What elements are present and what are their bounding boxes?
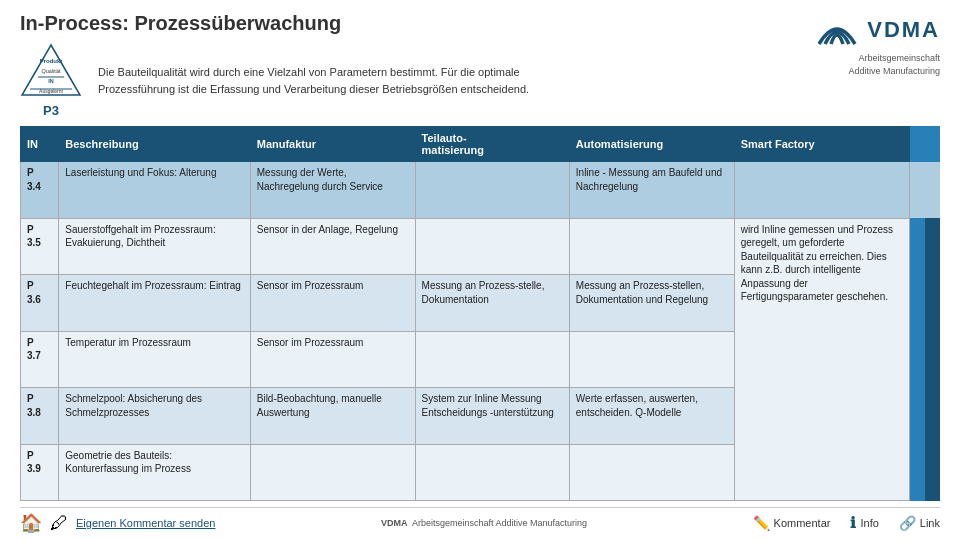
table-row-automatisierung <box>569 331 734 388</box>
table-row-extra1 <box>910 218 925 275</box>
send-comment-link[interactable]: Eigenen Kommentar senden <box>76 517 215 529</box>
table-row-beschreibung: Sauerstoffgehalt im Prozessraum: Evakuie… <box>59 218 250 275</box>
svg-text:Produkt: Produkt <box>40 58 63 64</box>
table-row-extra1 <box>910 162 925 219</box>
kommentar-action[interactable]: ✏️ Kommentar <box>753 515 831 531</box>
table-row-teilauto: Messung an Prozess-stelle, Dokumentation <box>415 275 569 332</box>
header-description: Die Bauteilqualität wird durch eine Viel… <box>98 64 529 97</box>
table-row-teilauto <box>415 444 569 501</box>
table-row-teilauto <box>415 162 569 219</box>
footer-left: 🏠 🖊 Eigenen Kommentar senden <box>20 512 215 534</box>
logo-area: VDMA Arbeitsgemeinschaft Additive Manufa… <box>811 12 940 77</box>
info-action[interactable]: ℹ Info <box>850 514 878 532</box>
th-extra1 <box>910 127 925 162</box>
table-row-beschreibung: Geometrie des Bauteils: Konturerfassung … <box>59 444 250 501</box>
pencil-icon: ✏️ <box>753 515 770 531</box>
table-row-extra1 <box>910 388 925 445</box>
th-automatisierung: Automatisierung <box>569 127 734 162</box>
vdma-logo: VDMA <box>811 12 940 48</box>
th-manufaktur: Manufaktur <box>250 127 415 162</box>
table-row-extra2 <box>925 162 940 219</box>
table-row-beschreibung: Feuchtegehalt im Prozessraum: Eintrag <box>59 275 250 332</box>
table-row-in: P3.6 <box>21 275 59 332</box>
table-row-automatisierung <box>569 444 734 501</box>
table-row-extra2 <box>925 275 940 332</box>
table-row-automatisierung: Messung an Prozess-stellen, Dokumentatio… <box>569 275 734 332</box>
table-row-extra2 <box>925 388 940 445</box>
link-icon: 🔗 <box>899 515 916 531</box>
table-row-in: P3.7 <box>21 331 59 388</box>
th-beschreibung: Beschreibung <box>59 127 250 162</box>
p3-badge-area: Produkt Qualität IN Ausgelernt P3 <box>20 43 82 118</box>
table-row-beschreibung: Laserleistung und Fokus: Alterung <box>59 162 250 219</box>
footer: 🏠 🖊 Eigenen Kommentar senden VDMA Arbeit… <box>20 507 940 534</box>
table-row-teilauto: System zur Inline Messung Entscheidungs … <box>415 388 569 445</box>
table-row-teilauto <box>415 218 569 275</box>
comment-icon[interactable]: 🖊 <box>50 513 68 534</box>
table-row-smartfactory: wird Inline gemessen und Prozess geregel… <box>734 218 910 501</box>
page-wrapper: In-Process: Prozessüberwachung Produkt <box>0 0 960 540</box>
table-row-automatisierung: Werte erfassen, auswerten, entscheiden. … <box>569 388 734 445</box>
table-row-extra2 <box>925 331 940 388</box>
footer-right: ✏️ Kommentar ℹ Info 🔗 Link <box>753 514 940 532</box>
th-teilauto: Teilauto-matisierung <box>415 127 569 162</box>
table-row-manufaktur: Sensor in der Anlage, Regelung <box>250 218 415 275</box>
table-row-manufaktur: Bild-Beobachtung, manuelle Auswertung <box>250 388 415 445</box>
svg-text:Ausgelernt: Ausgelernt <box>39 88 64 94</box>
svg-text:IN: IN <box>48 78 54 84</box>
table-row-extra2 <box>925 444 940 501</box>
header-info-row: Produkt Qualität IN Ausgelernt P3 Die Ba… <box>20 43 529 118</box>
main-table: IN Beschreibung Manufaktur Teilauto-mati… <box>20 126 940 501</box>
header: In-Process: Prozessüberwachung Produkt <box>20 12 940 118</box>
table-row-automatisierung: Inline - Messung am Baufeld und Nachrege… <box>569 162 734 219</box>
table-row-in: P3.5 <box>21 218 59 275</box>
table-row-automatisierung <box>569 218 734 275</box>
link-action[interactable]: 🔗 Link <box>899 515 940 531</box>
footer-vdma: VDMA Arbeitsgemeinschaft Additive Manufa… <box>381 518 587 528</box>
table-row-extra1 <box>910 275 925 332</box>
table-row-in: P3.8 <box>21 388 59 445</box>
pyramid-icon: Produkt Qualität IN Ausgelernt <box>20 43 82 101</box>
table-row-manufaktur: Sensor im Prozessraum <box>250 331 415 388</box>
header-left: In-Process: Prozessüberwachung Produkt <box>20 12 529 118</box>
th-smartfactory: Smart Factory <box>734 127 910 162</box>
table-row-beschreibung: Schmelzpool: Absicherung des Schmelzproz… <box>59 388 250 445</box>
th-in: IN <box>21 127 59 162</box>
table-row-manufaktur: Messung der Werte, Nachregelung durch Se… <box>250 162 415 219</box>
table-row-in: P3.4 <box>21 162 59 219</box>
table-row-manufaktur <box>250 444 415 501</box>
table-row-in: P3.9 <box>21 444 59 501</box>
p3-label: P3 <box>43 103 59 118</box>
home-icon[interactable]: 🏠 <box>20 512 42 534</box>
table-row-smartfactory <box>734 162 910 219</box>
table-row-manufaktur: Sensor im Prozessraum <box>250 275 415 332</box>
th-extra2 <box>925 127 940 162</box>
page-title: In-Process: Prozessüberwachung <box>20 12 529 35</box>
ag-label: Arbeitsgemeinschaft Additive Manufacturi… <box>848 52 940 77</box>
svg-text:Qualität: Qualität <box>42 68 61 74</box>
table-row-extra2 <box>925 218 940 275</box>
table-row-beschreibung: Temperatur im Prozessraum <box>59 331 250 388</box>
table-row-teilauto <box>415 331 569 388</box>
table-row-extra1 <box>910 444 925 501</box>
info-icon: ℹ <box>850 514 856 532</box>
vdma-text: VDMA <box>867 17 940 43</box>
table-row-extra1 <box>910 331 925 388</box>
